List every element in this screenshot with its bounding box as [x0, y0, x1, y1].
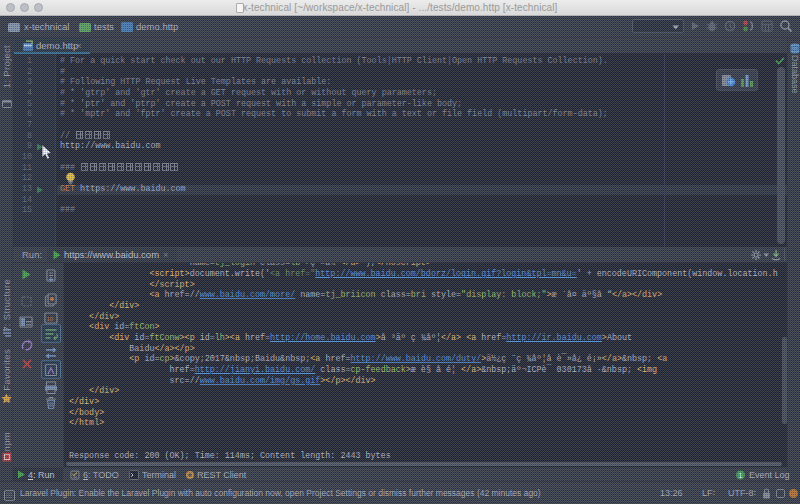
svg-text:1: 1	[739, 472, 743, 479]
svg-text:10: 10	[46, 316, 53, 322]
